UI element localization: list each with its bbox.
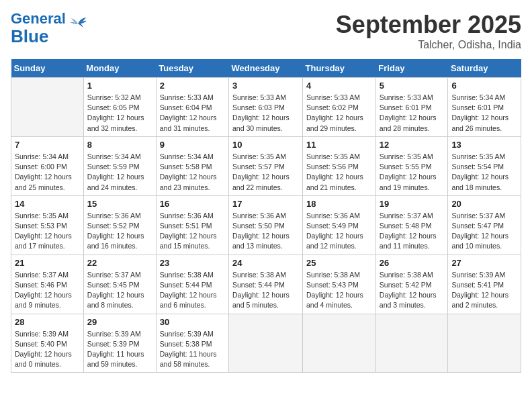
calendar-day [229,314,303,373]
calendar-day [375,314,448,373]
day-number: 19 [380,199,445,209]
day-number: 9 [160,140,225,150]
day-number: 1 [87,81,152,91]
calendar-day: 11Sunrise: 5:35 AM Sunset: 5:56 PM Dayli… [303,136,376,195]
month-title: September 2025 [336,11,521,39]
calendar-header-row: SundayMondayTuesdayWednesdayThursdayFrid… [11,59,521,78]
day-number: 11 [306,140,372,150]
calendar-day: 17Sunrise: 5:36 AM Sunset: 5:50 PM Dayli… [229,195,303,255]
day-info: Sunrise: 5:37 AM Sunset: 5:45 PM Dayligh… [87,270,152,311]
day-number: 27 [451,258,517,268]
day-number: 28 [15,317,80,327]
calendar-day [448,314,521,373]
calendar-week-3: 14Sunrise: 5:35 AM Sunset: 5:53 PM Dayli… [11,195,521,255]
header-sunday: Sunday [11,59,84,78]
calendar-day: 14Sunrise: 5:35 AM Sunset: 5:53 PM Dayli… [11,195,84,255]
logo: General Blue [11,11,87,46]
day-info: Sunrise: 5:34 AM Sunset: 5:59 PM Dayligh… [87,152,152,193]
calendar-day: 3Sunrise: 5:33 AM Sunset: 6:03 PM Daylig… [229,78,303,137]
day-number: 18 [306,199,372,209]
day-number: 4 [306,81,372,91]
day-info: Sunrise: 5:33 AM Sunset: 6:03 PM Dayligh… [232,93,299,134]
day-number: 20 [451,199,517,209]
calendar-day: 20Sunrise: 5:37 AM Sunset: 5:47 PM Dayli… [448,195,521,255]
location-subtitle: Talcher, Odisha, India [336,39,521,51]
day-number: 22 [87,258,152,268]
calendar-day: 2Sunrise: 5:33 AM Sunset: 6:04 PM Daylig… [156,78,228,137]
day-number: 3 [232,81,299,91]
day-number: 23 [160,258,225,268]
day-number: 16 [160,199,225,209]
page-header: General Blue September 2025 Talcher, Odi… [11,11,521,51]
day-info: Sunrise: 5:35 AM Sunset: 5:54 PM Dayligh… [451,152,517,193]
day-number: 29 [87,317,152,327]
day-info: Sunrise: 5:37 AM Sunset: 5:48 PM Dayligh… [380,211,445,252]
calendar-day: 12Sunrise: 5:35 AM Sunset: 5:55 PM Dayli… [375,136,448,195]
calendar-day: 30Sunrise: 5:39 AM Sunset: 5:38 PM Dayli… [156,314,228,373]
day-number: 15 [87,199,152,209]
day-info: Sunrise: 5:35 AM Sunset: 5:55 PM Dayligh… [380,152,445,193]
day-info: Sunrise: 5:38 AM Sunset: 5:44 PM Dayligh… [232,270,299,311]
day-number: 10 [232,140,299,150]
calendar-day: 18Sunrise: 5:36 AM Sunset: 5:49 PM Dayli… [303,195,376,255]
day-number: 25 [306,258,372,268]
calendar-week-4: 21Sunrise: 5:37 AM Sunset: 5:46 PM Dayli… [11,255,521,314]
day-info: Sunrise: 5:38 AM Sunset: 5:42 PM Dayligh… [380,270,445,311]
day-info: Sunrise: 5:38 AM Sunset: 5:44 PM Dayligh… [160,270,225,311]
header-thursday: Thursday [303,59,376,78]
calendar-day: 16Sunrise: 5:36 AM Sunset: 5:51 PM Dayli… [156,195,228,255]
calendar-day: 29Sunrise: 5:39 AM Sunset: 5:39 PM Dayli… [83,314,156,373]
day-info: Sunrise: 5:34 AM Sunset: 6:01 PM Dayligh… [451,93,517,134]
logo-text: General Blue [11,11,66,46]
day-info: Sunrise: 5:35 AM Sunset: 5:56 PM Dayligh… [306,152,372,193]
calendar-day: 8Sunrise: 5:34 AM Sunset: 5:59 PM Daylig… [83,136,156,195]
calendar-day: 24Sunrise: 5:38 AM Sunset: 5:44 PM Dayli… [229,255,303,314]
day-info: Sunrise: 5:37 AM Sunset: 5:47 PM Dayligh… [451,211,517,252]
day-info: Sunrise: 5:39 AM Sunset: 5:41 PM Dayligh… [451,270,517,311]
header-saturday: Saturday [448,59,521,78]
calendar-day: 5Sunrise: 5:33 AM Sunset: 6:01 PM Daylig… [375,78,448,137]
day-info: Sunrise: 5:36 AM Sunset: 5:52 PM Dayligh… [87,211,152,252]
day-info: Sunrise: 5:36 AM Sunset: 5:50 PM Dayligh… [232,211,299,252]
calendar-day [303,314,376,373]
day-number: 8 [87,140,152,150]
day-number: 24 [232,258,299,268]
day-number: 30 [160,317,225,327]
day-info: Sunrise: 5:36 AM Sunset: 5:51 PM Dayligh… [160,211,225,252]
day-info: Sunrise: 5:36 AM Sunset: 5:49 PM Dayligh… [306,211,372,252]
calendar-table: SundayMondayTuesdayWednesdayThursdayFrid… [11,59,521,373]
header-friday: Friday [375,59,448,78]
calendar-day: 4Sunrise: 5:33 AM Sunset: 6:02 PM Daylig… [303,78,376,137]
calendar-day: 10Sunrise: 5:35 AM Sunset: 5:57 PM Dayli… [229,136,303,195]
day-info: Sunrise: 5:34 AM Sunset: 6:00 PM Dayligh… [15,152,80,193]
day-number: 26 [380,258,445,268]
day-number: 13 [451,140,517,150]
day-info: Sunrise: 5:33 AM Sunset: 6:01 PM Dayligh… [380,93,445,134]
day-number: 14 [15,199,80,209]
calendar-day [11,78,84,137]
day-info: Sunrise: 5:32 AM Sunset: 6:05 PM Dayligh… [87,93,152,134]
day-number: 6 [451,81,517,91]
header-wednesday: Wednesday [229,59,303,78]
day-number: 12 [380,140,445,150]
calendar-day: 27Sunrise: 5:39 AM Sunset: 5:41 PM Dayli… [448,255,521,314]
calendar-day: 6Sunrise: 5:34 AM Sunset: 6:01 PM Daylig… [448,78,521,137]
calendar-day: 26Sunrise: 5:38 AM Sunset: 5:42 PM Dayli… [375,255,448,314]
header-tuesday: Tuesday [156,59,228,78]
title-block: September 2025 Talcher, Odisha, India [336,11,521,51]
day-info: Sunrise: 5:39 AM Sunset: 5:39 PM Dayligh… [87,329,152,370]
day-info: Sunrise: 5:35 AM Sunset: 5:57 PM Dayligh… [232,152,299,193]
calendar-week-2: 7Sunrise: 5:34 AM Sunset: 6:00 PM Daylig… [11,136,521,195]
calendar-day: 9Sunrise: 5:34 AM Sunset: 5:58 PM Daylig… [156,136,228,195]
calendar-day: 7Sunrise: 5:34 AM Sunset: 6:00 PM Daylig… [11,136,84,195]
day-info: Sunrise: 5:33 AM Sunset: 6:02 PM Dayligh… [306,93,372,134]
calendar-day: 25Sunrise: 5:38 AM Sunset: 5:43 PM Dayli… [303,255,376,314]
calendar-day: 28Sunrise: 5:39 AM Sunset: 5:40 PM Dayli… [11,314,84,373]
calendar-day: 13Sunrise: 5:35 AM Sunset: 5:54 PM Dayli… [448,136,521,195]
calendar-day: 1Sunrise: 5:32 AM Sunset: 6:05 PM Daylig… [83,78,156,137]
day-info: Sunrise: 5:39 AM Sunset: 5:40 PM Dayligh… [15,329,80,370]
calendar-week-1: 1Sunrise: 5:32 AM Sunset: 6:05 PM Daylig… [11,78,521,137]
logo-bird-icon [69,17,87,33]
day-info: Sunrise: 5:37 AM Sunset: 5:46 PM Dayligh… [15,270,80,311]
day-info: Sunrise: 5:34 AM Sunset: 5:58 PM Dayligh… [160,152,225,193]
